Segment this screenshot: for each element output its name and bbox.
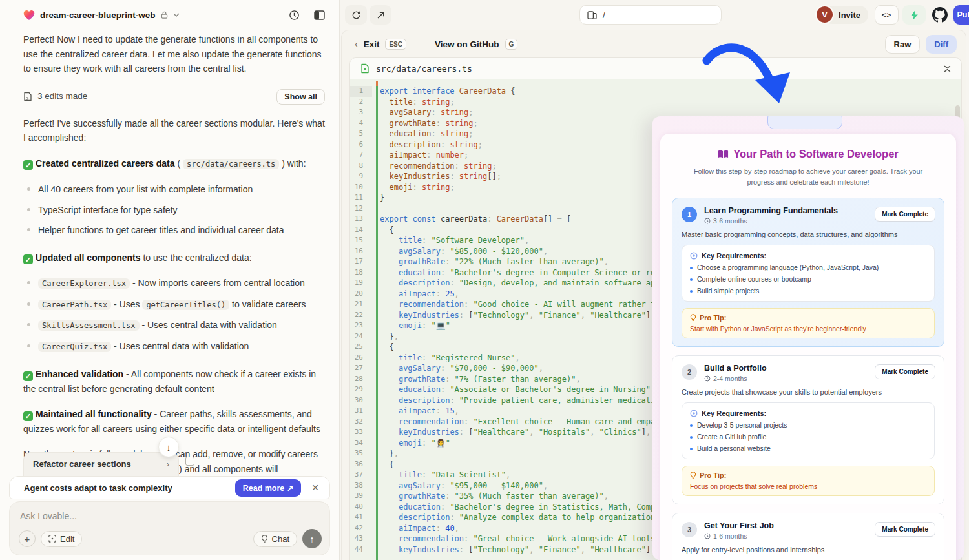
device-toggle-icon <box>587 11 597 19</box>
project-name[interactable]: dream-career-blueprint-web <box>40 10 156 20</box>
requirement-text: Build a personal website <box>697 444 771 452</box>
esc-key-chip: ESC <box>385 39 406 50</box>
line-number: 40 <box>350 502 372 513</box>
bullet-dot <box>27 187 30 191</box>
line-number: 15 <box>350 235 372 246</box>
step-description: Apply for entry-level positions and inte… <box>682 546 935 554</box>
list-item: All 40 careers from your list with compl… <box>27 182 325 197</box>
code-line-content: export const careerData: CareerData[] = … <box>372 214 571 225</box>
step-duration-text: 3-6 months <box>713 217 747 225</box>
list-item: SkillsAssessment.tsx - Uses central data… <box>27 318 325 333</box>
add-attachment-button[interactable]: + <box>19 530 36 547</box>
pro-tip-box: Pro Tip:Start with Python or JavaScript … <box>682 308 935 338</box>
line-number: 39 <box>350 491 372 502</box>
line-number: 13 <box>350 214 372 225</box>
list-item: Helper functions to get career titles an… <box>27 223 325 238</box>
bolt-icon <box>910 10 919 20</box>
diff-deleted-marker <box>376 81 378 86</box>
github-button[interactable] <box>930 5 950 25</box>
chevron-right-icon: › <box>167 459 169 469</box>
exit-button[interactable]: Exit <box>364 39 380 49</box>
chat-mode-button[interactable]: Chat <box>253 531 297 547</box>
mark-complete-button[interactable]: Mark Complete <box>875 364 935 379</box>
integrations-bolt-button[interactable] <box>902 5 926 25</box>
chat-paragraph: Perfect! Now I need to update the genera… <box>23 32 325 76</box>
task-title: Refactor career sections <box>33 459 131 469</box>
invite-button[interactable]: Invite V <box>815 5 868 25</box>
preview-url-bar[interactable]: / <box>579 5 722 25</box>
panel-toggle-icon[interactable] <box>314 10 325 20</box>
inline-code-chip: SkillsAssessment.tsx <box>38 320 140 331</box>
history-icon[interactable] <box>289 10 300 21</box>
line-number: 18 <box>350 267 372 278</box>
bold-text: Maintained all functionality <box>36 409 152 419</box>
roadmap-card: Your Path to Software Developer Follow t… <box>660 134 956 560</box>
code-view-button[interactable]: <> <box>875 5 899 25</box>
line-number: 38 <box>350 481 372 492</box>
avatar[interactable]: V <box>815 5 834 24</box>
list-item-text: All 40 careers from your list with compl… <box>38 182 253 197</box>
roadmap-title: Your Path to Software Developer <box>672 148 944 160</box>
mark-complete-button[interactable]: Mark Complete <box>875 207 935 222</box>
requirement-bullet <box>690 436 693 439</box>
line-number: 21 <box>350 299 372 310</box>
step-card: 2Build a Portfolio2-4 monthsMark Complet… <box>672 355 944 504</box>
code-line-content: emoji: "💻" <box>372 320 450 331</box>
scroll-to-bottom-button[interactable]: ↓ <box>158 437 179 457</box>
chat-paragraph: ✓Maintained all functionality - Career p… <box>23 407 325 436</box>
line-number: 27 <box>350 363 372 374</box>
requirement-text: Develop 3-5 personal projects <box>697 421 787 429</box>
code-line-content: growthRate: "22% (Much faster than avera… <box>372 256 609 267</box>
mark-complete-button[interactable]: Mark Complete <box>875 522 935 537</box>
code-line-content: aiImpact: number; <box>372 150 468 161</box>
line-number: 16 <box>350 246 372 257</box>
requirement-text: Choose a programming language (Python, J… <box>697 264 879 271</box>
code-line-content: aiImpact: 15, <box>372 406 459 417</box>
lock-icon <box>161 11 168 19</box>
step-description: Create projects that showcase your skill… <box>682 388 935 396</box>
chat-input-box[interactable]: Ask Lovable... + Edit Chat ↑ <box>9 501 330 555</box>
chat-bullet-list: CareerExplorer.tsx - Now imports careers… <box>27 276 325 354</box>
view-on-github-button[interactable]: View on GitHub <box>435 39 499 49</box>
editor-header: ‹ Exit ESC View on GitHub G Raw Diff <box>342 30 966 57</box>
line-number: 33 <box>350 427 372 438</box>
step-number: 2 <box>682 364 697 380</box>
chat-paragraph: ✓Created centralized careers data ( src/… <box>23 156 325 172</box>
close-icon[interactable]: ✕ <box>309 482 322 493</box>
diff-toggle-button[interactable]: Diff <box>926 35 957 54</box>
url-path: / <box>603 10 605 20</box>
chevron-down-icon[interactable] <box>173 13 180 17</box>
task-checkbox[interactable] <box>185 457 194 466</box>
pro-tip-label: Pro Tip: <box>690 472 926 479</box>
collapse-icon[interactable] <box>944 65 951 73</box>
code-line-content: keyIndustries: ["Technology", "Finance",… <box>372 544 655 555</box>
back-pill-button[interactable] <box>767 116 842 129</box>
agent-costs-banner: Agent costs adapt to task complexity Rea… <box>9 476 330 499</box>
open-in-new-tab-button[interactable] <box>370 5 391 25</box>
banner-text: Agent costs adapt to task complexity <box>24 483 227 493</box>
chevron-left-icon: ‹ <box>355 39 358 49</box>
step-number: 1 <box>682 207 697 222</box>
line-number: 6 <box>350 140 372 150</box>
edit-mode-button[interactable]: Edit <box>41 531 82 547</box>
code-line: 2 title: string; <box>350 97 961 108</box>
inline-code-chip: CareerQuiz.tsx <box>38 342 111 352</box>
file-path: src/data/careers.ts <box>376 64 472 74</box>
refresh-button[interactable] <box>345 5 367 25</box>
code-line-content: growthRate: "35% (Much faster than avera… <box>372 491 609 502</box>
code-line-content: title: "Registered Nurse", <box>372 353 520 364</box>
bold-text: Created centralized careers data <box>36 158 175 169</box>
send-button[interactable]: ↑ <box>302 529 322 548</box>
show-all-button[interactable]: Show all <box>276 89 325 105</box>
publish-button[interactable]: Publish <box>953 5 969 25</box>
line-number: 17 <box>350 256 372 267</box>
raw-toggle-button[interactable]: Raw <box>885 35 921 54</box>
requirement-bullet <box>690 290 693 293</box>
read-more-button[interactable]: Read more ↗ <box>235 479 302 497</box>
edits-made-row: 3 edits madeShow all <box>23 89 325 105</box>
check-icon: ✓ <box>23 160 33 170</box>
chat-header: dream-career-blueprint-web <box>0 0 339 30</box>
code-line-content: education: string; <box>372 129 474 140</box>
code-line-content: avgSalary: string; <box>372 107 474 118</box>
line-number: 7 <box>350 150 372 161</box>
